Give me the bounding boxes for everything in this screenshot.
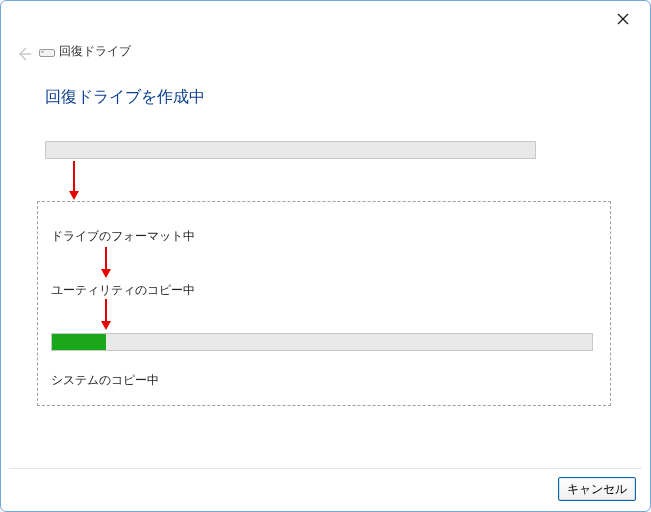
progress-fill <box>52 334 106 350</box>
page-title: 回復ドライブを作成中 <box>45 87 205 108</box>
svg-rect-4 <box>41 51 44 53</box>
steps-panel: ドライブのフォーマット中 ユーティリティのコピー中 システムのコピー中 <box>37 201 611 406</box>
svg-rect-3 <box>40 50 55 57</box>
annotation-arrow-icon <box>101 247 111 278</box>
step-copy-utilities-label: ユーティリティのコピー中 <box>51 282 195 299</box>
step-copy-system-label: システムのコピー中 <box>51 372 159 389</box>
progress-bar-overall <box>45 141 536 159</box>
cancel-button[interactable]: キャンセル <box>558 477 636 501</box>
arrow-left-icon <box>16 46 32 62</box>
annotation-arrow-icon <box>101 299 111 330</box>
footer-separator <box>9 468 642 469</box>
breadcrumb: 回復ドライブ <box>59 43 131 60</box>
close-button[interactable] <box>608 9 638 29</box>
close-icon <box>617 13 629 25</box>
back-button <box>15 45 33 63</box>
progress-bar-step <box>51 333 593 351</box>
step-format-label: ドライブのフォーマット中 <box>51 228 195 245</box>
drive-icon <box>39 45 55 63</box>
annotation-arrow-icon <box>69 161 79 200</box>
dialog-window: 回復ドライブ 回復ドライブを作成中 ドライブのフォーマット中 ユーティリティのコ… <box>0 0 651 512</box>
